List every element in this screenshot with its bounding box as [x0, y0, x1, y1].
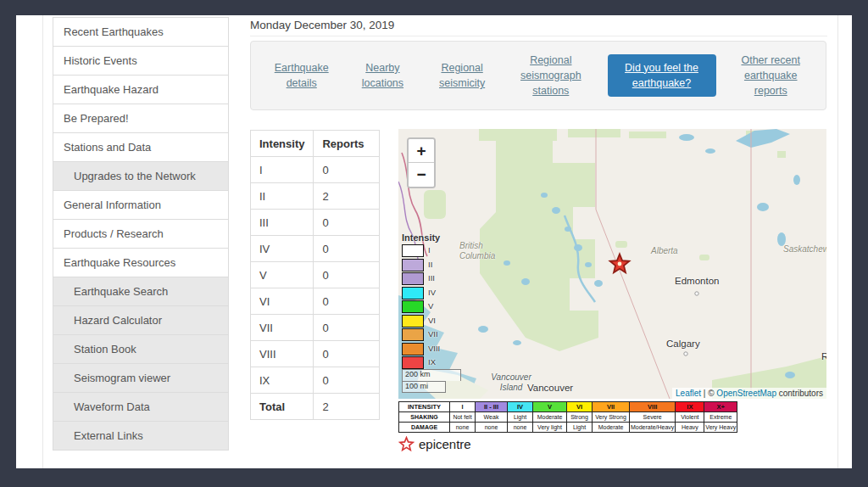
legend-label: VII: [428, 329, 438, 339]
report-row: VIII0: [251, 341, 380, 367]
right-gutter-divider: [837, 15, 838, 468]
legend-title: Intensity: [402, 232, 440, 243]
scale-intensity-cell: INTENSITY: [399, 402, 450, 412]
report-row: VII0: [251, 315, 380, 341]
scale-km: 200 km: [402, 369, 461, 381]
report-col-header: Reports: [314, 131, 380, 157]
scale-intensity-cell: VIII: [630, 402, 676, 412]
report-row: I0: [251, 157, 380, 183]
scale-desc-cell: Very Strong: [593, 412, 630, 423]
legend-label: II: [428, 260, 432, 269]
scale-row: INTENSITYIII - IIIIVVVIVIIVIIIIXX+: [399, 402, 737, 412]
felt-report-map[interactable]: British ColumbiaAlbertaSaskatchewanEdmon…: [398, 129, 826, 399]
map-scale-control: 200 km 100 mi: [402, 369, 461, 393]
sidebar-item-earthquake-resources[interactable]: Earthquake Resources: [53, 248, 229, 277]
epicentre-star-icon: [398, 436, 415, 452]
tab-did-you-feel-the-earthquake[interactable]: Did you feel the earthquake?: [608, 54, 716, 97]
sidebar-item-be-prepared[interactable]: Be Prepared!: [53, 104, 229, 133]
intensity-scale-table: INTENSITYIII - IIIIVVVIVIIVIIIIXX+SHAKIN…: [398, 401, 737, 433]
legend-label: VI: [428, 316, 436, 325]
tab-other-recent-earthquake-reports[interactable]: Other recent earthquake reports: [732, 53, 809, 98]
report-count-cell: 0: [314, 262, 380, 288]
scale-desc-cell: Extreme: [704, 412, 737, 423]
legend-label: III: [428, 273, 435, 283]
legend-row: II: [402, 259, 440, 273]
report-count-cell: 0: [314, 236, 380, 262]
report-intensity-cell: IX: [251, 367, 314, 394]
report-intensity-cell: I: [251, 157, 314, 183]
date-divider: [250, 36, 827, 36]
legend-row: I: [402, 244, 440, 259]
scale-desc-cell: Very light: [533, 423, 567, 433]
openstreetmap-link[interactable]: OpenStreetMap: [716, 389, 776, 398]
sidebar-item-seismogram-viewer[interactable]: Seismogram viewer: [53, 363, 229, 393]
scale-desc-cell: Moderate/Heavy: [630, 423, 676, 433]
report-count-cell: 0: [314, 341, 380, 367]
tab-nearby-locations[interactable]: Nearby locations: [352, 60, 413, 91]
sidebar-item-products-research[interactable]: Products / Research: [53, 219, 229, 249]
zoom-out-button[interactable]: −: [409, 163, 434, 187]
sidebar-item-earthquake-hazard[interactable]: Earthquake Hazard: [53, 75, 229, 104]
scale-desc-cell: Light: [508, 412, 533, 423]
scale-desc-cell: DAMAGE: [399, 423, 450, 433]
scale-desc-cell: Strong: [567, 412, 593, 423]
legend-row: VIII: [402, 343, 440, 357]
report-intensity-cell: V: [251, 262, 314, 288]
report-row: IV0: [251, 236, 380, 262]
intensity-report-table: IntensityReports I0II2III0IV0V0VI0VII0VI…: [250, 130, 380, 420]
scale-intensity-cell: IV: [508, 402, 533, 412]
report-count-cell: 0: [314, 157, 380, 183]
page: Recent EarthquakesHistoric EventsEarthqu…: [16, 15, 852, 468]
map-zoom-control: + −: [407, 137, 436, 188]
scale-desc-cell: Moderate: [593, 423, 630, 433]
attribution-contributors: contributors: [776, 389, 823, 398]
sidebar-item-earthquake-search[interactable]: Earthquake Search: [53, 277, 229, 306]
scale-desc-cell: SHAKING: [399, 412, 450, 423]
tab-regional-seismicity[interactable]: Regional seismicity: [430, 60, 494, 91]
map-intensity-legend: Intensity IIIIIIIVVVIVIIVIIIIX: [402, 232, 440, 371]
scale-desc-cell: Very Heavy: [704, 423, 737, 433]
report-intensity-cell: VI: [251, 288, 314, 315]
scale-desc-cell: none: [476, 423, 508, 433]
report-count-cell: 2: [314, 183, 380, 210]
sidebar-item-general-information[interactable]: General Information: [53, 190, 229, 220]
legend-row: IV: [402, 287, 440, 301]
event-tabbar: Earthquake detailsNearby locationsRegion…: [250, 41, 826, 110]
scale-row: SHAKINGNot feltWeakLightModerateStrongVe…: [399, 412, 737, 423]
sidebar-item-stations-and-data[interactable]: Stations and Data: [53, 132, 229, 162]
attribution-separator: | ©: [701, 389, 716, 398]
report-row: III0: [251, 210, 380, 236]
sidebar-item-station-book[interactable]: Station Book: [53, 334, 229, 364]
report-col-header: Intensity: [251, 131, 314, 157]
sidebar-item-waveform-data[interactable]: Waveform Data: [53, 392, 229, 422]
scale-desc-cell: Moderate: [533, 412, 567, 423]
epicentre-star-marker: [608, 252, 632, 276]
legend-swatch-ii: [402, 259, 424, 271]
zoom-in-button[interactable]: +: [409, 139, 434, 163]
scale-desc-cell: Heavy: [676, 423, 704, 433]
tab-earthquake-details[interactable]: Earthquake details: [268, 60, 336, 91]
sidebar-item-external-links[interactable]: External Links: [53, 421, 229, 451]
legend-swatch-viii: [402, 343, 424, 355]
sidebar-item-recent-earthquakes[interactable]: Recent Earthquakes: [53, 17, 229, 47]
report-count-cell: 2: [314, 394, 380, 420]
scale-desc-cell: Weak: [476, 412, 508, 423]
epicentre-legend: epicentre: [398, 436, 471, 452]
report-intensity-cell: III: [251, 210, 314, 236]
scale-desc-cell: Not felt: [450, 412, 476, 423]
tab-regional-seismograph-stations[interactable]: Regional seismograph stations: [511, 53, 591, 98]
map-attribution: Leaflet | © OpenStreetMap contributors: [672, 388, 826, 399]
scale-intensity-cell: II - III: [476, 402, 508, 412]
leaflet-link[interactable]: Leaflet: [676, 389, 701, 398]
report-row: Total2: [251, 394, 380, 420]
report-intensity-cell: IV: [251, 236, 314, 262]
legend-swatch-iii: [402, 272, 424, 285]
legend-label: I: [428, 245, 431, 255]
sidebar-item-upgrades-to-the-network[interactable]: Upgrades to the Network: [53, 161, 229, 191]
legend-swatch-v: [402, 300, 424, 313]
report-intensity-cell: VII: [251, 315, 314, 341]
scale-desc-cell: Light: [567, 423, 593, 433]
sidebar-item-historic-events[interactable]: Historic Events: [53, 46, 229, 76]
legend-row: III: [402, 272, 440, 287]
sidebar-item-hazard-calculator[interactable]: Hazard Calculator: [53, 305, 229, 335]
